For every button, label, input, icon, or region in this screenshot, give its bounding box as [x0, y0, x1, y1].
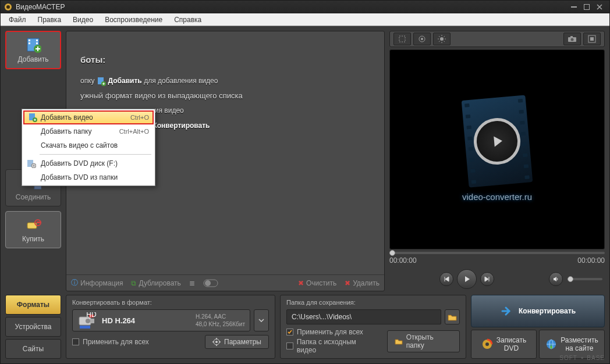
info-button[interactable]: ⓘИнформация [71, 278, 123, 288]
checkbox-icon [286, 342, 293, 349]
preview-toolbar [389, 31, 605, 47]
svg-rect-19 [399, 36, 405, 42]
speaker-icon [552, 276, 559, 283]
toggle-button[interactable] [203, 279, 218, 287]
menu-help[interactable]: Справка [168, 15, 207, 25]
format-tabs: Форматы Устройства Сайты [5, 295, 61, 359]
maximize-button[interactable] [580, 2, 593, 12]
preview-screen[interactable]: video-converter.ru [389, 49, 605, 249]
playback-controls [439, 267, 494, 291]
checkbox-checked-icon [286, 329, 293, 336]
minimize-button[interactable] [568, 2, 580, 12]
buy-icon [25, 217, 41, 233]
open-folder-button[interactable]: Открыть папку [387, 330, 460, 352]
menu-download[interactable]: Скачать видео с сайтов [23, 138, 154, 152]
tab-devices[interactable]: Устройства [5, 317, 61, 337]
svg-point-22 [440, 37, 444, 41]
body: Добавить Соединить Купить [1, 26, 609, 363]
format-select[interactable]: HD HD H.264 H.264, AAC 48,0 KHz, 256Кбит [72, 309, 250, 331]
timeline [389, 252, 605, 254]
menu-add-video[interactable]: Добавить видео Ctrl+O [23, 110, 154, 124]
svg-line-27 [439, 36, 440, 37]
svg-rect-7 [36, 40, 38, 41]
menu-add-folder[interactable]: Добавить папку Ctrl+Alt+O [23, 124, 154, 138]
save-apply-all[interactable]: Применить для всех [286, 328, 375, 336]
save-same-folder[interactable]: Папка с исходным видео [286, 338, 375, 354]
prev-button[interactable] [439, 272, 453, 286]
volume-slider[interactable] [568, 278, 602, 280]
menu-playback[interactable]: Воспроизведение [99, 15, 168, 25]
menu-add-dvd-disk[interactable]: Добавить DVD диск (F:) [23, 156, 154, 170]
svg-rect-33 [570, 36, 573, 38]
buy-button-label: Купить [22, 235, 44, 243]
menu-separator [40, 154, 151, 155]
snapshot-button[interactable] [563, 33, 581, 45]
svg-point-57 [33, 165, 34, 166]
dvd-disc-icon [27, 159, 36, 168]
format-name: HD H.264 [102, 316, 135, 325]
svg-point-43 [215, 341, 218, 343]
hint-line-2: ужный формат видео из выпадающего списка [80, 90, 370, 102]
list-toolbar: ⓘИнформация ⧉Дублировать ≣ ✖Очистить ✖Уд… [66, 274, 384, 291]
convert-button[interactable]: Конвертировать [471, 295, 605, 327]
folder-icon [448, 313, 457, 321]
film-add-small-icon [97, 77, 106, 86]
clear-button[interactable]: ✖Очистить [298, 279, 336, 287]
next-button[interactable] [480, 272, 494, 286]
tab-formats[interactable]: Форматы [5, 295, 61, 315]
add-context-menu: Добавить видео Ctrl+O Добавить папку Ctr… [22, 109, 155, 186]
svg-rect-6 [29, 42, 30, 44]
format-dropdown[interactable] [254, 309, 269, 331]
format-apply-all[interactable]: Применить для всех [72, 338, 149, 346]
bottom-row: Форматы Устройства Сайты Конвертировать … [5, 295, 605, 359]
watermark: SOFT ⚬ BASE [559, 355, 605, 361]
effects-button[interactable] [413, 33, 431, 45]
fullscreen-button[interactable] [583, 33, 601, 45]
titlebar[interactable]: ВидеоМАСТЕР [1, 1, 609, 13]
tab-sites[interactable]: Сайты [5, 339, 61, 359]
format-box: Конвертировать в формат: HD HD H.264 H.2… [66, 295, 275, 359]
menubar: Файл Правка Видео Воспроизведение Справк… [1, 13, 609, 26]
save-path-input[interactable] [286, 309, 441, 324]
gear-icon [212, 338, 221, 346]
sun-icon [438, 35, 446, 43]
globe-icon [545, 338, 557, 350]
film-add-icon [28, 113, 37, 122]
toggle-icon [203, 279, 218, 287]
close-button[interactable] [593, 2, 606, 12]
burn-dvd-button[interactable]: ЗаписатьDVD [471, 330, 537, 359]
svg-line-30 [439, 41, 440, 42]
fullscreen-icon [588, 35, 596, 43]
menu-file[interactable]: Файл [3, 15, 32, 25]
duplicate-button[interactable]: ⧉Дублировать [131, 279, 180, 287]
clear-icon: ✖ [298, 279, 304, 287]
menu-edit[interactable]: Правка [32, 15, 68, 25]
params-button[interactable]: Параметры [205, 335, 269, 349]
browse-button[interactable] [445, 309, 460, 324]
save-box: Папка для сохранения: Применить для всех [280, 295, 466, 359]
buy-button[interactable]: Купить [5, 211, 61, 248]
svg-rect-37 [91, 319, 94, 323]
delete-button[interactable]: ✖Удалить [345, 279, 380, 287]
svg-rect-8 [36, 42, 38, 44]
crop-icon [398, 35, 406, 43]
mute-button[interactable] [549, 272, 563, 286]
add-button-label: Добавить [17, 55, 48, 63]
svg-point-32 [571, 38, 574, 41]
list-icon: ≣ [189, 279, 195, 287]
menu-add-dvd-folder[interactable]: Добавить DVD из папки [23, 170, 154, 184]
preview-column: video-converter.ru 00:00:00 00:00:00 [389, 31, 605, 291]
time-current: 00:00:00 [389, 256, 417, 265]
checkbox-icon [72, 338, 79, 345]
menu-video[interactable]: Видео [67, 15, 99, 25]
duplicate-icon: ⧉ [131, 279, 136, 287]
seek-slider[interactable] [389, 252, 605, 254]
add-button[interactable]: Добавить [5, 31, 61, 69]
crop-button[interactable] [393, 33, 411, 45]
time-total: 00:00:00 [577, 256, 605, 265]
list-view-button[interactable]: ≣ [189, 279, 195, 287]
action-box: Конвертировать ЗаписатьDVD Разместитьна … [471, 295, 605, 359]
play-button[interactable] [457, 269, 477, 289]
svg-rect-41 [80, 326, 90, 329]
brightness-button[interactable] [433, 33, 451, 45]
